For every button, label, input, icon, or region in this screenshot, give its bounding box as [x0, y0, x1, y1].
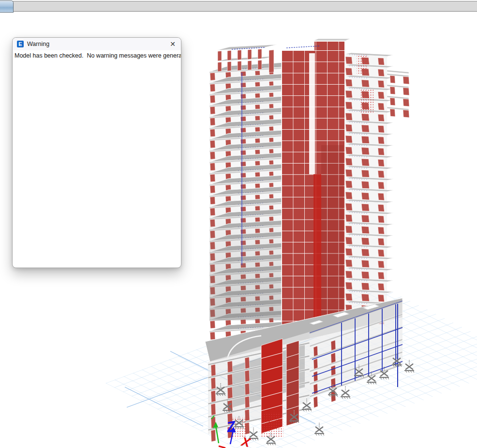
- dialog-body: Model has been checked. No warning messa…: [13, 50, 181, 265]
- meshed-wall-patch: [357, 54, 368, 74]
- warning-dialog: E Warning ✕ Model has been checked. No w…: [12, 37, 181, 268]
- axis-x-arrow: [219, 446, 225, 448]
- meshed-wall-base: [260, 412, 283, 437]
- core-shear-wall: [282, 39, 350, 329]
- dialog-titlebar[interactable]: E Warning ✕: [13, 38, 181, 50]
- close-button[interactable]: ✕: [168, 40, 177, 48]
- dialog-title: Warning: [27, 41, 168, 47]
- tower-shading: [209, 203, 282, 320]
- toolbar-strip: [0, 1, 477, 12]
- building-tower: [209, 39, 409, 340]
- meshed-wall-patch: [361, 90, 373, 113]
- tower-top-right-extension: [387, 70, 409, 118]
- etabs-screen: Z X E Warning ✕ Model has been checked. …: [0, 0, 477, 448]
- etabs-app-icon: E: [17, 41, 24, 47]
- close-icon: ✕: [170, 40, 176, 48]
- collapsed-panel-tab[interactable]: [0, 0, 14, 13]
- dialog-message: Model has been checked. No warning messa…: [15, 52, 181, 59]
